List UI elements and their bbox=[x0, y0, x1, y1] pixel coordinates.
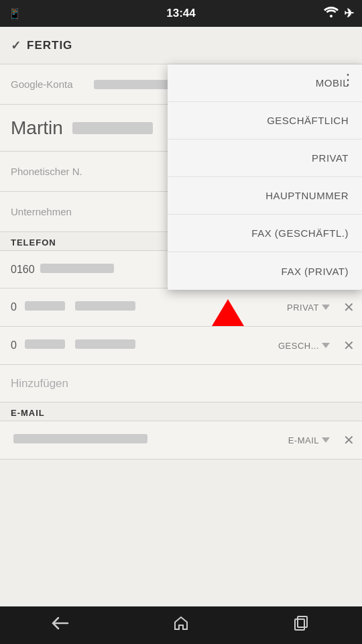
action-bar: ✓ FERTIG bbox=[0, 27, 362, 64]
dropdown-item-fax-privat[interactable]: FAX (PRIVAT) bbox=[168, 252, 362, 290]
phone-type-label-2: PRIVAT bbox=[287, 303, 319, 313]
kebab-icon[interactable]: ⋮ bbox=[341, 71, 355, 89]
dropdown-item-geschaeftlich[interactable]: GESCHÄFTLICH bbox=[168, 102, 362, 140]
first-name: Martin bbox=[11, 117, 63, 139]
dropdown-item-mobil[interactable]: MOBIL bbox=[168, 64, 362, 102]
email-blurred-row bbox=[13, 434, 147, 443]
delete-phone-3-button[interactable]: ✕ bbox=[335, 327, 362, 364]
email-row: E-MAIL ✕ bbox=[0, 421, 362, 460]
phone-type-label-3: GESCH... bbox=[278, 341, 319, 351]
fertig-label: FERTIG bbox=[27, 39, 72, 52]
wifi-icon bbox=[324, 7, 339, 20]
phone-status-icon: 📱 bbox=[8, 7, 21, 20]
dropdown-item-privat[interactable]: PRIVAT bbox=[168, 140, 362, 177]
status-left: 📱 bbox=[8, 7, 21, 20]
close-icon-2: ✕ bbox=[343, 337, 355, 354]
email-type-button[interactable]: E-MAIL bbox=[280, 435, 335, 445]
phone3-blurred-b bbox=[75, 339, 135, 349]
recents-icon bbox=[294, 616, 309, 635]
back-icon bbox=[52, 616, 69, 634]
phone2-blurred-a bbox=[25, 301, 65, 311]
add-phone-row[interactable]: Hinzufügen bbox=[0, 365, 362, 402]
phone3-blurred-a bbox=[25, 339, 65, 349]
phone2-blurred-b bbox=[75, 301, 135, 311]
phonetic-label: Phonetischer N. bbox=[11, 166, 91, 177]
email-value bbox=[11, 434, 280, 446]
last-name-blurred bbox=[72, 122, 153, 134]
svg-rect-2 bbox=[298, 616, 307, 627]
phone1-blurred bbox=[40, 264, 114, 273]
status-right: ✈ bbox=[324, 6, 354, 21]
recents-button[interactable] bbox=[282, 606, 322, 644]
airplane-icon: ✈ bbox=[344, 6, 354, 21]
svg-point-0 bbox=[330, 15, 333, 17]
email-section-header: E-MAIL bbox=[0, 402, 362, 421]
dropdown-item-hauptnummer[interactable]: HAUPTNUMMER bbox=[168, 177, 362, 215]
arrow-up-annotation bbox=[212, 299, 244, 326]
dropdown-triangle-icon bbox=[322, 305, 330, 310]
home-button[interactable] bbox=[161, 606, 201, 644]
email-triangle-icon bbox=[322, 437, 330, 443]
type-dropdown: ⋮ MOBIL GESCHÄFTLICH PRIVAT HAUPTNUMMER … bbox=[168, 64, 362, 290]
checkmark-icon: ✓ bbox=[11, 38, 21, 53]
phone-type-privat-button[interactable]: PRIVAT bbox=[279, 303, 335, 313]
add-phone-label: Hinzufügen bbox=[11, 377, 68, 390]
phone-number-3: 0 bbox=[11, 339, 270, 352]
dropdown-item-fax-gesch[interactable]: FAX (GESCHÄFTL.) bbox=[168, 215, 362, 252]
bottom-nav bbox=[0, 606, 362, 644]
back-button[interactable] bbox=[40, 606, 80, 644]
company-label: Unternehmen bbox=[11, 206, 91, 217]
close-icon: ✕ bbox=[343, 299, 355, 315]
svg-rect-1 bbox=[295, 619, 304, 630]
status-bar: 📱 13:44 ✈ bbox=[0, 0, 362, 27]
dropdown-triangle-2-icon bbox=[322, 343, 330, 348]
delete-phone-2-button[interactable]: ✕ bbox=[335, 288, 362, 326]
google-konta-label: Google-Konta bbox=[11, 78, 91, 90]
email-type-label: E-MAIL bbox=[288, 435, 319, 445]
home-icon bbox=[173, 615, 189, 635]
phone-type-gesch-button[interactable]: GESCH... bbox=[270, 341, 335, 351]
status-time: 13:44 bbox=[166, 7, 195, 20]
delete-email-button[interactable]: ✕ bbox=[335, 421, 362, 459]
close-icon-3: ✕ bbox=[343, 432, 355, 448]
phone-row-2: 0 PRIVAT ✕ bbox=[0, 288, 362, 327]
phone-row-3: 0 GESCH... ✕ bbox=[0, 327, 362, 365]
fertig-button[interactable]: ✓ FERTIG bbox=[11, 38, 72, 53]
